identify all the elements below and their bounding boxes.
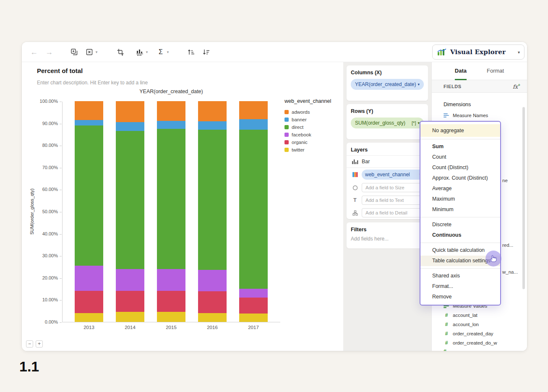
menu-item-quick-table-calculation[interactable]: Quick table calculation — [420, 245, 500, 256]
field-item-account-lat[interactable]: #account_lat — [444, 311, 497, 320]
bar-segment-twitter[interactable] — [75, 313, 103, 322]
menu-item-count-distinct[interactable]: Count (Distinct) — [420, 162, 500, 173]
tab-data[interactable]: Data — [455, 62, 467, 80]
zoom-in-button[interactable]: + — [36, 340, 43, 348]
menu-item-maximum[interactable]: Maximum — [420, 194, 500, 204]
bar-segment-twitter[interactable] — [157, 312, 185, 322]
bar-segment-direct[interactable] — [75, 125, 103, 266]
size-field-dropzone[interactable]: Add a field to Size — [362, 183, 425, 192]
menu-item-average[interactable]: Average — [420, 183, 500, 194]
stacked-bar-2013[interactable] — [75, 101, 103, 322]
bar-segment-direct[interactable] — [116, 131, 144, 269]
bar-segment-banner[interactable] — [239, 119, 268, 130]
field-item-order-created-day[interactable]: #order_created_day — [444, 329, 497, 338]
back-button[interactable]: ← — [29, 42, 39, 62]
stacked-bar-2017[interactable] — [239, 101, 268, 322]
swap-axes-icon — [117, 48, 124, 56]
bar-segment-direct[interactable] — [157, 129, 185, 269]
field-item-measure-names[interactable]: Measure Names — [444, 111, 488, 120]
chart-description-placeholder[interactable]: Enter chart description. Hit Enter key t… — [37, 80, 148, 86]
bar-segment-adwords[interactable] — [75, 101, 103, 120]
stacked-bar-2015[interactable] — [157, 101, 185, 322]
stacked-bar-2014[interactable] — [116, 101, 144, 322]
menu-item-table-calculation-settings[interactable]: Table calculation settings — [420, 256, 500, 266]
field-item-order-created-do-w[interactable]: #order_created_do_w — [444, 338, 497, 348]
scrollbar-thumb[interactable] — [522, 107, 525, 289]
tab-format[interactable]: Format — [487, 62, 504, 80]
bar-segment-banner[interactable] — [157, 121, 185, 128]
menu-item-discrete[interactable]: Discrete — [420, 220, 500, 230]
color-field-pill[interactable]: web_event_channel ▾ — [362, 170, 425, 180]
bar-segment-twitter[interactable] — [239, 314, 268, 322]
menu-item-count[interactable]: Count — [420, 152, 500, 162]
sort-ascending-button[interactable] — [185, 42, 196, 62]
legend-item-banner[interactable]: banner — [284, 116, 341, 123]
menu-item-format[interactable]: Format... — [420, 281, 500, 292]
bar-segment-facebook[interactable] — [239, 289, 268, 298]
number-icon: # — [444, 321, 449, 327]
chart-title[interactable]: Percent of total — [37, 67, 83, 74]
legend-item-twitter[interactable]: twitter — [284, 146, 341, 154]
detail-field-dropzone[interactable]: Add a field to Detail — [362, 208, 425, 217]
menu-item-approx-count-distinct[interactable]: Approx. Count (Distinct) — [420, 173, 500, 183]
context-menu-items: No aggregateSumCountCount (Distinct)Appr… — [420, 124, 500, 302]
chevron-down-icon[interactable]: ▾ — [165, 42, 170, 62]
chevron-down-icon[interactable]: ▾ — [94, 42, 99, 62]
chevron-down-icon[interactable]: ▾ — [144, 42, 149, 62]
bar-segment-facebook[interactable] — [157, 269, 185, 291]
legend-item-organic[interactable]: organic — [284, 139, 341, 146]
field-label: order_created_day — [453, 331, 493, 336]
stacked-bar-2016[interactable] — [198, 101, 227, 322]
bar-segment-direct[interactable] — [239, 130, 268, 289]
menu-item-no-aggregate[interactable]: No aggregate — [420, 124, 500, 137]
bar-segment-organic[interactable] — [116, 291, 144, 312]
measure-names-icon — [444, 113, 449, 118]
legend-item-adwords[interactable]: adwords — [284, 108, 341, 116]
bar-segment-organic[interactable] — [75, 291, 103, 313]
menu-item-sum[interactable]: Sum — [420, 141, 500, 152]
aggregate-button[interactable]: Σ — [155, 42, 166, 62]
bar-segment-twitter[interactable] — [198, 313, 227, 322]
menu-item-shared-axis[interactable]: Shared axis — [420, 271, 500, 281]
mark-type-row[interactable]: Bar — [347, 155, 428, 168]
bar-segment-direct[interactable] — [198, 130, 227, 270]
bar-segment-banner[interactable] — [198, 121, 227, 130]
duplicate-chart-button[interactable] — [69, 42, 80, 62]
explorer-switcher[interactable]: Visual Explorer ▾ — [432, 44, 525, 60]
dimensions-section-label: Dimensions — [444, 102, 471, 107]
bar-segment-organic[interactable] — [157, 291, 185, 312]
bar-segment-adwords[interactable] — [116, 101, 144, 122]
forward-button[interactable]: → — [44, 42, 55, 62]
menu-item-minimum[interactable]: Minimum — [420, 204, 500, 215]
menu-divider — [420, 268, 500, 269]
zoom-out-button[interactable]: − — [26, 340, 33, 348]
bar-segment-adwords[interactable] — [157, 101, 185, 121]
axis-options-button[interactable] — [134, 42, 145, 62]
bar-segment-facebook[interactable] — [198, 270, 227, 291]
clear-chart-button[interactable] — [84, 42, 95, 62]
bar-segment-twitter[interactable] — [116, 312, 144, 322]
legend-swatch — [284, 125, 289, 129]
swap-axes-button[interactable] — [115, 42, 126, 62]
legend-item-direct[interactable]: direct — [284, 123, 341, 131]
rows-shelf-title: Rows (Y) — [351, 108, 424, 114]
bar-segment-organic[interactable] — [198, 291, 227, 313]
add-calculation-button[interactable]: fx+ — [513, 83, 520, 90]
legend-item-facebook[interactable]: facebook — [284, 131, 341, 139]
bar-segment-organic[interactable] — [239, 298, 268, 314]
field-item-account-lon[interactable]: #account_lon — [444, 320, 497, 329]
sort-descending-button[interactable] — [201, 42, 211, 62]
y-tick-mark — [60, 278, 62, 279]
menu-item-continuous[interactable]: Continuous — [420, 230, 500, 240]
text-field-dropzone[interactable]: Add a field to Text — [362, 196, 425, 205]
columns-pill[interactable]: YEAR(order_created_date) ▾ — [351, 79, 424, 90]
bar-segment-banner[interactable] — [116, 122, 144, 131]
rows-pill[interactable]: SUM(order_gloss_qty) [*] ▾ — [351, 118, 424, 128]
bar-segment-adwords[interactable] — [239, 101, 268, 119]
filters-dropzone[interactable]: Add fields here... — [351, 236, 424, 242]
bar-segment-facebook[interactable] — [75, 266, 103, 291]
bar-segment-banner[interactable] — [75, 120, 103, 125]
bar-segment-facebook[interactable] — [116, 269, 144, 291]
bar-segment-adwords[interactable] — [198, 101, 227, 121]
menu-item-remove[interactable]: Remove — [420, 292, 500, 302]
